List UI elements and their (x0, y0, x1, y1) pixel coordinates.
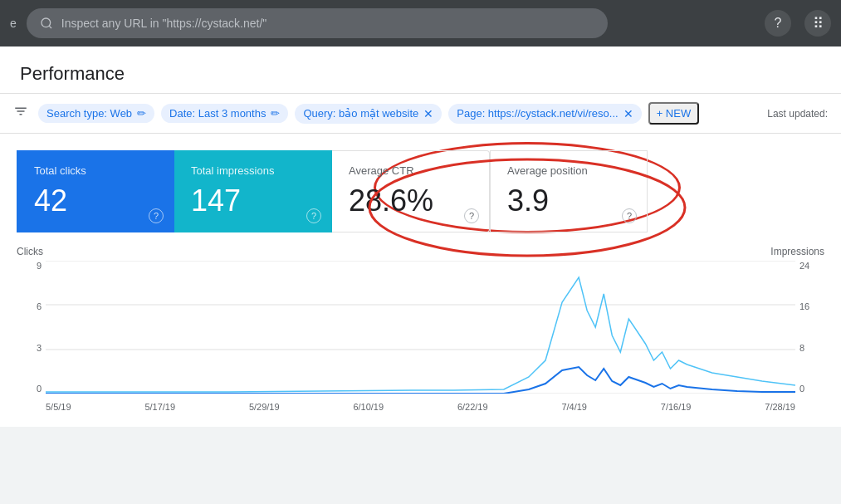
page-title: Performance (20, 63, 821, 85)
filter-icon[interactable] (13, 104, 28, 123)
stat-value-clicks: 42 (34, 183, 157, 218)
stat-card-clicks: Total clicks 42 ? (17, 150, 174, 232)
x-label-3: 5/29/19 (249, 402, 280, 412)
filter-chip-label: Query: bảo mật website (303, 107, 418, 120)
edit-icon: ✏ (137, 107, 146, 120)
edit-icon: ✏ (271, 107, 280, 120)
stat-value-ctr: 28.6% (349, 183, 472, 218)
y-left-6: 6 (37, 301, 42, 311)
chart-label-clicks: Clicks (17, 246, 43, 257)
stat-label-position: Average position (507, 164, 630, 177)
grid-button[interactable]: ⠿ (804, 10, 831, 37)
filter-bar: Search type: Web ✏ Date: Last 3 months ✏… (0, 94, 841, 134)
topbar: e ? ⠿ (0, 0, 841, 46)
help-icon-impressions[interactable]: ? (306, 208, 321, 223)
y-right-8: 8 (799, 343, 804, 353)
chart-x-axis: 5/5/19 5/17/19 5/29/19 6/10/19 6/22/19 7… (46, 395, 795, 418)
chart-container: 9 6 3 0 24 16 8 0 (17, 261, 824, 418)
help-icon-position[interactable]: ? (622, 208, 637, 223)
stat-label-ctr: Average CTR (349, 164, 472, 177)
svg-point-0 (42, 18, 51, 27)
chart-svg (46, 261, 795, 394)
stats-row: Total clicks 42 ? Total impressions 147 … (0, 134, 841, 232)
chart-y-axis-left: 9 6 3 0 (17, 261, 42, 394)
filter-chip-page[interactable]: Page: https://cystack.net/vi/reso... ✕ (448, 104, 641, 124)
help-icon: ? (775, 16, 782, 31)
close-icon[interactable]: ✕ (423, 107, 433, 120)
filter-chip-label: Page: https://cystack.net/vi/reso... (457, 107, 618, 120)
help-icon-clicks[interactable]: ? (149, 208, 164, 223)
chart-label-impressions: Impressions (770, 246, 824, 257)
chart-y-axis-right: 24 16 8 0 (799, 261, 824, 394)
stat-label-clicks: Total clicks (34, 164, 157, 177)
stat-card-impressions: Total impressions 147 ? (174, 150, 332, 232)
y-left-9: 9 (37, 261, 42, 271)
x-label-1: 5/5/19 (46, 402, 71, 412)
y-right-24: 24 (799, 261, 809, 271)
y-right-16: 16 (799, 301, 809, 311)
x-label-6: 7/4/19 (561, 402, 587, 412)
topbar-left-label: e (10, 17, 17, 30)
help-icon-ctr[interactable]: ? (464, 208, 479, 223)
close-icon[interactable]: ✕ (623, 107, 633, 120)
y-left-3: 3 (37, 343, 42, 353)
stat-value-position: 3.9 (507, 183, 630, 218)
x-label-8: 7/28/19 (765, 402, 795, 412)
x-label-7: 7/16/19 (661, 402, 692, 412)
y-right-0: 0 (799, 384, 804, 394)
stat-card-position: Average position 3.9 ? (490, 150, 648, 232)
main-content: Performance Search type: Web ✏ Date: Las… (0, 46, 841, 427)
x-label-5: 6/22/19 (457, 402, 488, 412)
topbar-right: ? ⠿ (765, 10, 831, 37)
search-icon (40, 17, 53, 30)
page-header: Performance (0, 46, 841, 94)
filter-chip-label: Date: Last 3 months (169, 107, 266, 120)
chart-area: Clicks Impressions 9 6 3 0 24 16 8 0 (0, 232, 841, 427)
stat-label-impressions: Total impressions (191, 164, 315, 177)
stat-card-ctr: Average CTR 28.6% ? (332, 150, 490, 232)
filter-chip-search-type[interactable]: Search type: Web ✏ (38, 104, 154, 123)
x-label-4: 6/10/19 (353, 402, 384, 412)
chart-labels-row: Clicks Impressions (17, 246, 824, 257)
grid-icon: ⠿ (813, 14, 824, 32)
filter-chip-date[interactable]: Date: Last 3 months ✏ (161, 104, 288, 123)
help-button[interactable]: ? (765, 10, 791, 37)
x-label-2: 5/17/19 (144, 402, 175, 412)
filter-chip-query[interactable]: Query: bảo mật website ✕ (295, 104, 442, 124)
stat-value-impressions: 147 (191, 183, 315, 218)
last-updated: Last updated: (767, 108, 828, 120)
new-filter-button[interactable]: + NEW (648, 102, 700, 125)
filter-chip-label: Search type: Web (46, 107, 132, 120)
svg-line-1 (49, 26, 51, 28)
search-bar[interactable] (27, 8, 608, 38)
y-left-0: 0 (37, 384, 42, 394)
search-input[interactable] (61, 17, 594, 30)
